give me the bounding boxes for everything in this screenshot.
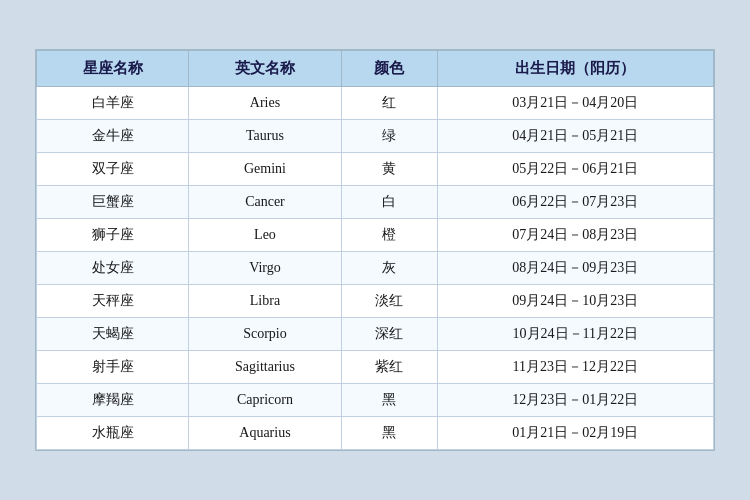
- cell-english-name: Aquarius: [189, 417, 341, 450]
- cell-dates: 01月21日－02月19日: [437, 417, 713, 450]
- table-row: 狮子座Leo橙07月24日－08月23日: [37, 219, 714, 252]
- table-row: 金牛座Taurus绿04月21日－05月21日: [37, 120, 714, 153]
- table-row: 处女座Virgo灰08月24日－09月23日: [37, 252, 714, 285]
- cell-color: 黑: [341, 384, 437, 417]
- table-row: 水瓶座Aquarius黑01月21日－02月19日: [37, 417, 714, 450]
- cell-chinese-name: 射手座: [37, 351, 189, 384]
- table-row: 双子座Gemini黄05月22日－06月21日: [37, 153, 714, 186]
- cell-chinese-name: 天秤座: [37, 285, 189, 318]
- cell-color: 红: [341, 87, 437, 120]
- cell-chinese-name: 双子座: [37, 153, 189, 186]
- table-row: 白羊座Aries红03月21日－04月20日: [37, 87, 714, 120]
- cell-english-name: Taurus: [189, 120, 341, 153]
- cell-color: 淡红: [341, 285, 437, 318]
- col-header-chinese: 星座名称: [37, 51, 189, 87]
- col-header-english: 英文名称: [189, 51, 341, 87]
- zodiac-table-container: 星座名称 英文名称 颜色 出生日期（阳历） 白羊座Aries红03月21日－04…: [35, 49, 715, 451]
- cell-color: 深红: [341, 318, 437, 351]
- cell-english-name: Sagittarius: [189, 351, 341, 384]
- cell-english-name: Virgo: [189, 252, 341, 285]
- cell-dates: 06月22日－07月23日: [437, 186, 713, 219]
- cell-chinese-name: 天蝎座: [37, 318, 189, 351]
- table-row: 巨蟹座Cancer白06月22日－07月23日: [37, 186, 714, 219]
- cell-dates: 10月24日－11月22日: [437, 318, 713, 351]
- cell-dates: 04月21日－05月21日: [437, 120, 713, 153]
- cell-color: 黄: [341, 153, 437, 186]
- table-header-row: 星座名称 英文名称 颜色 出生日期（阳历）: [37, 51, 714, 87]
- table-row: 摩羯座Capricorn黑12月23日－01月22日: [37, 384, 714, 417]
- col-header-dates: 出生日期（阳历）: [437, 51, 713, 87]
- cell-dates: 07月24日－08月23日: [437, 219, 713, 252]
- cell-color: 白: [341, 186, 437, 219]
- cell-english-name: Capricorn: [189, 384, 341, 417]
- cell-english-name: Leo: [189, 219, 341, 252]
- cell-color: 绿: [341, 120, 437, 153]
- cell-chinese-name: 狮子座: [37, 219, 189, 252]
- cell-color: 橙: [341, 219, 437, 252]
- cell-chinese-name: 水瓶座: [37, 417, 189, 450]
- cell-chinese-name: 白羊座: [37, 87, 189, 120]
- cell-dates: 11月23日－12月22日: [437, 351, 713, 384]
- cell-english-name: Scorpio: [189, 318, 341, 351]
- cell-color: 紫红: [341, 351, 437, 384]
- cell-dates: 09月24日－10月23日: [437, 285, 713, 318]
- cell-dates: 05月22日－06月21日: [437, 153, 713, 186]
- cell-dates: 03月21日－04月20日: [437, 87, 713, 120]
- cell-english-name: Gemini: [189, 153, 341, 186]
- cell-dates: 08月24日－09月23日: [437, 252, 713, 285]
- cell-english-name: Libra: [189, 285, 341, 318]
- cell-english-name: Cancer: [189, 186, 341, 219]
- table-row: 天蝎座Scorpio深红10月24日－11月22日: [37, 318, 714, 351]
- cell-color: 灰: [341, 252, 437, 285]
- cell-dates: 12月23日－01月22日: [437, 384, 713, 417]
- cell-chinese-name: 巨蟹座: [37, 186, 189, 219]
- cell-chinese-name: 处女座: [37, 252, 189, 285]
- table-row: 射手座Sagittarius紫红11月23日－12月22日: [37, 351, 714, 384]
- cell-chinese-name: 摩羯座: [37, 384, 189, 417]
- cell-english-name: Aries: [189, 87, 341, 120]
- zodiac-table: 星座名称 英文名称 颜色 出生日期（阳历） 白羊座Aries红03月21日－04…: [36, 50, 714, 450]
- table-body: 白羊座Aries红03月21日－04月20日金牛座Taurus绿04月21日－0…: [37, 87, 714, 450]
- cell-color: 黑: [341, 417, 437, 450]
- table-row: 天秤座Libra淡红09月24日－10月23日: [37, 285, 714, 318]
- cell-chinese-name: 金牛座: [37, 120, 189, 153]
- col-header-color: 颜色: [341, 51, 437, 87]
